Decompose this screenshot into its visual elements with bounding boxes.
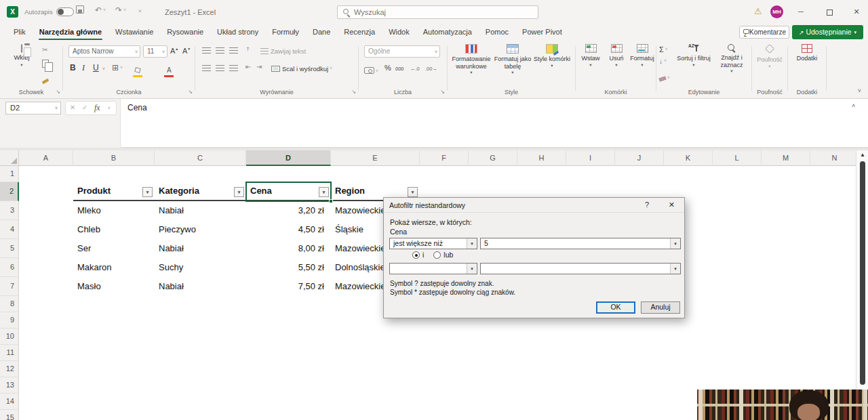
row-header-12[interactable]: 12 <box>0 361 19 377</box>
tab-automatyzacja[interactable]: Automatyzacja <box>416 24 479 41</box>
cell-D5[interactable]: 8,00 zł <box>246 239 331 258</box>
cell-C4[interactable]: Pieczywo <box>155 220 246 239</box>
borders-button[interactable]: ⊞˅ <box>112 63 123 72</box>
cell-C6[interactable]: Suchy <box>155 258 246 277</box>
clear-button[interactable]: ˅ <box>659 71 670 83</box>
italic-button[interactable]: I <box>82 63 85 73</box>
row-header-9[interactable]: 9 <box>0 312 19 329</box>
orientation-icon[interactable]: ↗ <box>244 45 252 53</box>
autosave-control[interactable]: Autozapis <box>24 7 74 17</box>
tab-power-pivot[interactable]: Power Pivot <box>515 24 569 41</box>
dialog-launcher-icon[interactable]: ↘ <box>351 89 356 95</box>
chevron-down-icon[interactable]: ▾ <box>670 238 680 249</box>
cell-C7[interactable]: Nabiał <box>155 277 246 296</box>
row-header-2[interactable]: 2 <box>0 182 19 201</box>
undo-button[interactable]: ↶˅ <box>95 5 106 15</box>
row-header-13[interactable]: 13 <box>0 377 19 394</box>
filter-button-cena[interactable]: ▾ <box>319 187 329 197</box>
paste-button[interactable]: Wklej ▾ <box>5 45 38 68</box>
filter-button-kategoria[interactable]: ▾ <box>234 187 244 197</box>
row-header-5[interactable]: 5 <box>0 239 19 258</box>
close-button[interactable]: ✕ <box>846 4 867 19</box>
increase-decimal-button[interactable]: ←.0 <box>410 66 420 72</box>
column-header-k[interactable]: K <box>664 150 713 166</box>
vertical-scrollbar[interactable]: ▲ <box>856 150 868 420</box>
radio-and[interactable] <box>412 251 420 259</box>
tab-pomoc[interactable]: Pomoc <box>479 24 515 41</box>
value1-combobox[interactable]: 5 ▾ <box>480 238 681 249</box>
row-header-6[interactable]: 6 <box>0 258 19 277</box>
sensitivity-button[interactable]: Poufność ▾ <box>753 44 786 68</box>
row-header-10[interactable]: 10 <box>0 329 19 345</box>
align-left-icon[interactable] <box>202 65 211 71</box>
bold-button[interactable]: B <box>70 63 76 72</box>
column-header-f[interactable]: F <box>420 150 469 166</box>
tab-rysowanie[interactable]: Rysowanie <box>160 24 210 41</box>
align-middle-icon[interactable] <box>216 47 224 54</box>
cell-B6[interactable]: Makaron <box>73 258 155 277</box>
row-header-14[interactable]: 14 <box>0 394 19 410</box>
accounting-format-button[interactable]: ˅ <box>364 64 378 77</box>
align-top-icon[interactable] <box>202 47 211 54</box>
decrease-indent-icon[interactable]: ⇤ <box>245 63 251 70</box>
search-input[interactable]: Wyszukaj <box>337 5 538 19</box>
delete-cells-button[interactable]: Usuń ▾ <box>604 44 629 67</box>
tab-wstawianie[interactable]: Wstawianie <box>108 24 160 41</box>
cell-B3[interactable]: Mleko <box>73 201 155 220</box>
cancel-button[interactable]: Anuluj <box>641 301 680 314</box>
underline-button[interactable]: U <box>93 63 99 72</box>
row-header-15[interactable]: 15 <box>0 410 19 420</box>
sort-filter-button[interactable]: AZ Sortuj i filtruj ▾ <box>675 44 712 67</box>
cell-C5[interactable]: Nabiał <box>155 239 246 258</box>
chevron-down-icon[interactable]: ▾ <box>670 264 680 274</box>
table-header-cena[interactable]: Cena▾ <box>246 182 331 201</box>
cell-D7[interactable]: 7,50 zł <box>246 277 331 296</box>
percent-style-button[interactable]: % <box>384 64 391 72</box>
align-center-icon[interactable] <box>216 65 224 71</box>
column-header-j[interactable]: J <box>615 150 664 166</box>
ok-button[interactable]: OK <box>596 301 635 314</box>
decrease-decimal-button[interactable]: .00→ <box>425 66 437 72</box>
row-header-11[interactable]: 11 <box>0 345 19 361</box>
cell-B4[interactable]: Chleb <box>73 220 155 239</box>
table-header-kategoria[interactable]: Kategoria▾ <box>155 182 246 201</box>
radio-or[interactable] <box>433 251 441 259</box>
qat-customize-button[interactable]: ˅ <box>138 8 142 14</box>
cell-D6[interactable]: 5,50 zł <box>246 258 331 277</box>
font-size-select[interactable]: 11˅ <box>143 45 167 58</box>
name-box[interactable]: D2˅ <box>5 102 61 114</box>
format-painter-button[interactable] <box>42 73 49 85</box>
addins-button[interactable]: Dodatki <box>789 44 825 62</box>
column-header-g[interactable]: G <box>469 150 517 166</box>
save-button[interactable] <box>76 5 84 16</box>
font-name-select[interactable]: Aptos Narrow˅ <box>68 45 140 58</box>
scroll-up-icon[interactable]: ▲ <box>856 152 868 158</box>
share-button[interactable]: ↗Udostępnianie▾ <box>792 25 863 39</box>
tab-formuły[interactable]: Formuły <box>265 24 306 41</box>
copy-button[interactable] <box>42 58 49 70</box>
tab-układ-strony[interactable]: Układ strony <box>210 24 265 41</box>
expand-formula-bar-icon[interactable]: ˄ <box>852 102 855 109</box>
wrap-text-button[interactable]: Zawijaj tekst <box>260 47 306 55</box>
format-as-table-button[interactable]: Formatuj jako tabelę ▾ <box>492 44 533 75</box>
grow-font-button[interactable]: A▲ <box>170 47 178 55</box>
row-header-3[interactable]: 3 <box>0 201 19 220</box>
column-header-d[interactable]: D <box>246 150 331 166</box>
column-header-m[interactable]: M <box>762 150 810 166</box>
conditional-formatting-button[interactable]: Formatowanie warunkowe ▾ <box>450 44 492 75</box>
number-format-select[interactable]: Ogólne˅ <box>364 45 440 58</box>
cell-D3[interactable]: 3,20 zł <box>246 201 331 220</box>
align-bottom-icon[interactable] <box>229 47 238 54</box>
comma-style-button[interactable]: 000 <box>395 66 404 72</box>
column-header-h[interactable]: H <box>517 150 566 166</box>
cell-D4[interactable]: 4,50 zł <box>246 220 331 239</box>
increase-indent-icon[interactable]: ⇥ <box>256 63 262 70</box>
tab-plik[interactable]: Plik <box>7 24 33 41</box>
column-header-b[interactable]: B <box>73 150 155 166</box>
column-header-i[interactable]: I <box>566 150 615 166</box>
minimize-button[interactable]: ─ <box>791 4 811 19</box>
dialog-launcher-icon[interactable]: ↘ <box>188 89 193 95</box>
dialog-close-button[interactable]: ✕ <box>669 201 675 209</box>
table-header-produkt[interactable]: Produkt▾ <box>73 182 155 201</box>
format-cells-button[interactable]: Formatuj ▾ <box>630 44 654 67</box>
